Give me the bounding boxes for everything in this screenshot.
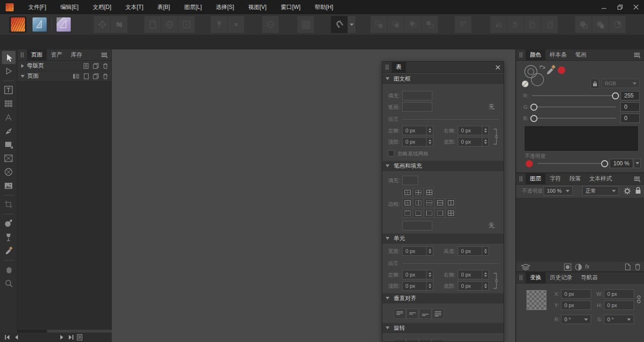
section-expander-icon[interactable] <box>386 297 389 300</box>
border-preset-button[interactable] <box>435 209 445 218</box>
x-field[interactable]: 0 px <box>561 289 591 299</box>
menu-table[interactable]: 表[B] <box>150 0 177 14</box>
menu-select[interactable]: 选择[S] <box>209 0 241 14</box>
border-preset-button[interactable] <box>413 188 423 197</box>
picture-frame-ellipse-tool-button[interactable] <box>2 165 16 179</box>
frame-stroke-style-dropdown[interactable]: 无 <box>434 102 499 112</box>
rotate-preset-button[interactable] <box>406 339 419 342</box>
section-expander-icon[interactable] <box>386 326 389 329</box>
section-expander-icon[interactable] <box>386 164 389 167</box>
color-picker-eyedropper-icon[interactable] <box>545 65 557 76</box>
brushes-button[interactable] <box>111 16 127 33</box>
cell-width-field[interactable]: 0 px <box>402 246 433 256</box>
frame-inset-left-field[interactable]: 0 px <box>402 126 433 135</box>
border-preset-button[interactable] <box>402 209 413 218</box>
add-master-icon[interactable] <box>83 63 89 69</box>
transparency-tool-button[interactable] <box>2 230 16 244</box>
first-page-icon[interactable] <box>5 335 10 340</box>
stepper-icon[interactable] <box>426 282 433 290</box>
border-preset-button[interactable] <box>435 198 445 207</box>
fill-stroke-selector-icon[interactable] <box>520 64 549 90</box>
menu-view[interactable]: 视图[V] <box>241 0 274 14</box>
cell-inset-left-field[interactable]: 0 px <box>402 270 433 279</box>
frame-inset-top-field[interactable]: 0 px <box>402 137 433 147</box>
crop-tool-button[interactable] <box>2 198 16 211</box>
opacity-dropdown-button[interactable] <box>634 159 641 168</box>
move-to-front-button[interactable] <box>421 16 438 33</box>
opacity-color-dot-icon[interactable] <box>526 160 533 167</box>
picture-frame-rect-tool-button[interactable] <box>2 152 16 165</box>
text-wrap-button[interactable] <box>262 16 279 33</box>
delete-page-trash-icon[interactable] <box>103 73 108 79</box>
panel-grip-icon[interactable] <box>520 275 522 280</box>
blend-mode-dropdown[interactable]: 正常 <box>582 186 619 195</box>
float-button[interactable] <box>228 16 244 33</box>
panel-menu-button[interactable] <box>634 176 641 182</box>
tab-table[interactable]: 表 <box>392 62 406 73</box>
snapping-dropdown-button[interactable] <box>348 16 355 33</box>
stepper-icon[interactable] <box>482 247 488 255</box>
section-stroke-fill[interactable]: 笔画和填充 <box>382 161 504 171</box>
insert-pages-icon[interactable] <box>73 73 80 79</box>
tab-stock[interactable]: 库存 <box>66 49 86 60</box>
rectangle-tool-button[interactable] <box>2 138 16 151</box>
last-page-icon[interactable] <box>68 335 74 340</box>
flip-horizontal-button[interactable] <box>490 16 507 33</box>
valign-justify-button[interactable] <box>432 309 444 319</box>
panel-grip-icon[interactable] <box>520 176 522 181</box>
new-layer-icon[interactable] <box>625 263 631 270</box>
globe-button[interactable] <box>161 16 178 33</box>
table-tool-button[interactable] <box>2 97 16 110</box>
panel-menu-button[interactable] <box>634 52 641 58</box>
border-preset-button[interactable] <box>424 198 434 207</box>
panel-grip-icon[interactable] <box>386 65 388 70</box>
border-preset-button[interactable] <box>446 209 456 218</box>
border-preset-button[interactable] <box>446 198 456 207</box>
cell-inset-top-field[interactable]: 0 px <box>402 281 433 291</box>
w-field[interactable]: 0 px <box>604 289 634 299</box>
blue-slider-knob[interactable] <box>530 115 537 122</box>
stepper-icon[interactable] <box>482 126 488 135</box>
link-dimensions-icon[interactable] <box>637 295 641 304</box>
color-picker-tool-button[interactable] <box>2 244 16 257</box>
border-preset-button[interactable] <box>402 198 413 207</box>
menu-document[interactable]: 文档[D] <box>86 0 118 14</box>
persona-publisher-button[interactable] <box>9 16 26 33</box>
rotate-preset-button[interactable] <box>419 339 431 342</box>
menu-help[interactable]: 帮助[H] <box>307 0 340 14</box>
stepper-icon[interactable] <box>482 282 488 290</box>
pages-row[interactable]: 页面 <box>17 71 111 81</box>
stepper-icon[interactable] <box>482 138 488 146</box>
close-panel-button[interactable] <box>495 65 500 70</box>
delete-master-trash-icon[interactable] <box>103 63 108 69</box>
place-image-tool-button[interactable] <box>2 179 16 192</box>
menu-text[interactable]: 文本[T] <box>118 0 150 14</box>
link-insets-icon[interactable] <box>493 128 498 146</box>
link-resource-button[interactable] <box>575 16 592 33</box>
panel-grip-icon[interactable] <box>520 52 522 57</box>
cell-height-field[interactable]: 0 px <box>458 246 489 256</box>
border-stroke-swatch[interactable] <box>402 221 432 230</box>
section-rotate[interactable]: 旋转 <box>382 323 504 333</box>
close-document-button[interactable] <box>178 16 195 33</box>
tab-layers[interactable]: 图层 <box>526 173 545 184</box>
blue-slider-track[interactable] <box>532 118 616 119</box>
anchor-point-selector[interactable] <box>527 290 546 310</box>
layers-stack-icon[interactable] <box>521 264 530 270</box>
frame-inset-right-field[interactable]: 0 px <box>458 126 489 135</box>
expander-expanded-icon[interactable] <box>21 75 25 78</box>
ignore-baseline-checkbox[interactable] <box>388 150 394 156</box>
tab-swatches[interactable]: 样本条 <box>545 49 571 60</box>
rotate-preset-button[interactable] <box>432 339 444 342</box>
lock-color-button[interactable] <box>591 79 599 89</box>
border-preset-button[interactable] <box>413 198 423 207</box>
page-list-icon[interactable] <box>77 334 83 341</box>
layer-effects-fx-icon[interactable]: fx <box>585 263 589 270</box>
rotate-ccw-button[interactable] <box>524 16 541 33</box>
master-pages-row[interactable]: 母版页 <box>17 61 111 71</box>
h-field[interactable]: 0 px <box>604 301 634 310</box>
stepper-icon[interactable] <box>482 270 488 279</box>
mask-layer-icon[interactable] <box>564 263 571 271</box>
link-insets-icon[interactable] <box>493 272 498 290</box>
pin-button[interactable] <box>211 16 227 33</box>
